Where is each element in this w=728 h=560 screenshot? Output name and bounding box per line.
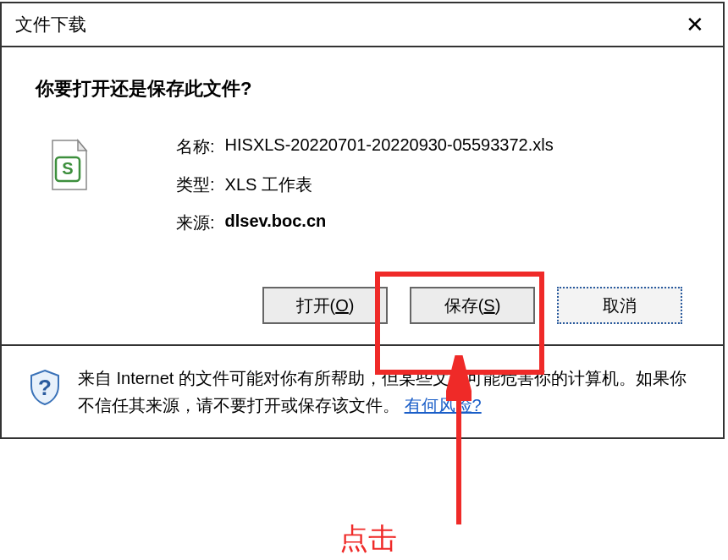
file-name-row: 名称: HISXLS-20220701-20220930-05593372.xl…	[176, 135, 689, 158]
svg-text:S: S	[62, 159, 73, 178]
titlebar: 文件下载 ✕	[2, 3, 723, 47]
file-download-dialog: 文件下载 ✕ 你要打开还是保存此文件? S 名称: HISXLS-2022070…	[0, 2, 725, 439]
file-source-label: 来源:	[176, 211, 215, 234]
footer-warning: ? 来自 Internet 的文件可能对你有所帮助，但某些文件可能危害你的计算机…	[2, 346, 723, 437]
close-icon[interactable]: ✕	[681, 12, 709, 37]
dialog-title: 文件下载	[15, 13, 86, 36]
file-row: S 名称: HISXLS-20220701-20220930-05593372.…	[36, 135, 689, 250]
annotation-click-label: 点击	[339, 519, 397, 558]
dialog-content: 你要打开还是保存此文件? S 名称: HISXLS-20220701-20220…	[2, 47, 723, 346]
file-source-value: dlsev.boc.cn	[225, 211, 327, 234]
file-name-label: 名称:	[176, 135, 215, 158]
file-type-row: 类型: XLS 工作表	[176, 173, 689, 196]
file-source-row: 来源: dlsev.boc.cn	[176, 211, 689, 234]
question-text: 你要打开还是保存此文件?	[36, 76, 689, 102]
file-info: 名称: HISXLS-20220701-20220930-05593372.xl…	[176, 135, 689, 250]
footer-text: 来自 Internet 的文件可能对你有所帮助，但某些文件可能危害你的计算机。如…	[78, 365, 699, 419]
xls-file-icon: S	[44, 139, 91, 195]
cancel-button[interactable]: 取消	[557, 287, 682, 324]
open-button[interactable]: 打开(O)	[262, 287, 388, 324]
button-row: 打开(O) 保存(S) 取消	[36, 287, 689, 324]
shield-question-icon: ?	[25, 368, 64, 407]
file-name-value: HISXLS-20220701-20220930-05593372.xls	[225, 135, 554, 158]
svg-text:?: ?	[38, 375, 52, 400]
file-type-label: 类型:	[176, 173, 215, 196]
save-button[interactable]: 保存(S)	[410, 287, 535, 324]
risk-link[interactable]: 有何风险?	[405, 396, 482, 415]
warning-message: 来自 Internet 的文件可能对你有所帮助，但某些文件可能危害你的计算机。如…	[78, 369, 687, 415]
file-type-value: XLS 工作表	[225, 173, 312, 196]
